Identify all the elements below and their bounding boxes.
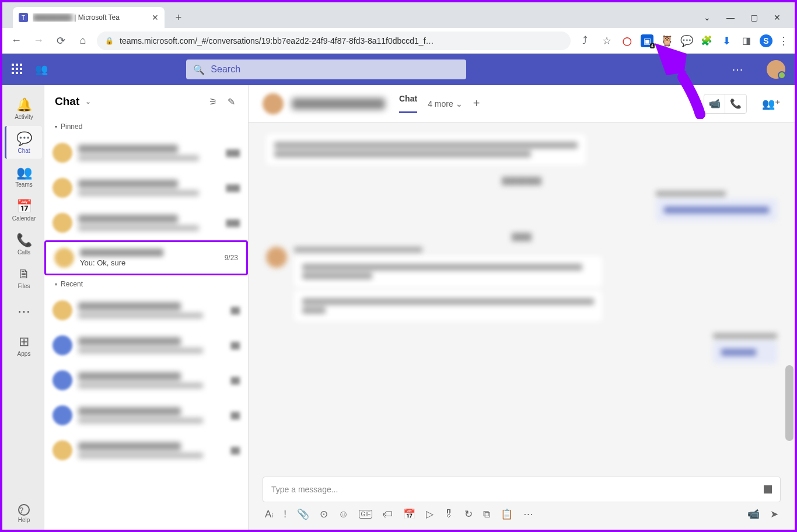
help-icon: ?: [18, 504, 30, 516]
ellipsis-icon: ⋯: [18, 304, 30, 319]
gif-icon[interactable]: GIF: [359, 510, 372, 519]
message-area[interactable]: ████████ ████: [249, 123, 795, 477]
pinned-section-header[interactable]: ▾Pinned: [44, 118, 248, 135]
teams-logo-icon[interactable]: 👥: [35, 63, 48, 76]
lock-icon: 🔒: [105, 37, 114, 45]
schedule-icon[interactable]: 📅: [403, 508, 415, 520]
forward-button[interactable]: →: [30, 33, 47, 49]
chevron-down-icon[interactable]: ⌄: [85, 97, 91, 106]
new-chat-icon[interactable]: ✎: [225, 94, 237, 110]
stream-icon[interactable]: ▷: [426, 508, 434, 520]
browser-tab[interactable]: T ████████ | Microsoft Tea ✕: [13, 7, 165, 28]
priority-icon[interactable]: !: [284, 509, 286, 520]
attach-icon[interactable]: 📎: [297, 508, 309, 520]
minimize-icon[interactable]: —: [725, 13, 736, 22]
maximize-icon[interactable]: ▢: [748, 13, 760, 22]
chat-item[interactable]: ██: [44, 363, 248, 398]
contact-name-blurred: [292, 98, 385, 110]
rail-teams[interactable]: 👥Teams: [5, 160, 42, 192]
format-icon[interactable]: Aᵢ: [265, 508, 273, 520]
emoji-icon[interactable]: ☺: [338, 509, 348, 520]
video-call-button[interactable]: 📹: [704, 94, 725, 113]
more-actions-icon[interactable]: ⋯: [523, 508, 533, 520]
chat-item[interactable]: ███: [44, 205, 248, 240]
teams-icon: 👥: [16, 165, 32, 180]
contact-name-blurred: [80, 249, 163, 257]
rail-files[interactable]: 🗎Files: [5, 261, 42, 294]
url-text: teams.microsoft.com/_#/conversations/19:…: [120, 36, 434, 46]
message-input[interactable]: Type a message...: [263, 477, 781, 502]
close-window-icon[interactable]: ✕: [771, 13, 783, 22]
extension-chat-icon[interactable]: 💬: [680, 34, 693, 47]
extension-blue-icon[interactable]: ▣4: [641, 34, 653, 47]
home-button[interactable]: ⌂: [75, 33, 91, 49]
approvals-icon[interactable]: 🎖: [444, 509, 454, 520]
chat-item[interactable]: ██: [44, 293, 248, 328]
clipboard-icon[interactable]: 📋: [501, 508, 513, 520]
video-clip-icon[interactable]: 📹: [747, 508, 760, 520]
extension-owl-icon[interactable]: 🦉: [660, 34, 673, 47]
reload-button[interactable]: ⟳: [53, 33, 69, 49]
search-box[interactable]: 🔍 Search: [186, 60, 466, 79]
chat-item[interactable]: ███: [44, 170, 248, 205]
chevron-down-icon[interactable]: ⌄: [701, 13, 713, 22]
chat-item[interactable]: ██: [44, 328, 248, 363]
tab-chat[interactable]: Chat: [399, 94, 417, 113]
close-tab-icon[interactable]: ✕: [152, 13, 159, 22]
bell-icon: 🔔: [16, 97, 32, 113]
share-icon[interactable]: ⤴: [576, 33, 593, 49]
window-controls: ⌄ — ▢ ✕: [701, 13, 790, 28]
chat-panel-title: Chat: [55, 95, 79, 108]
address-bar[interactable]: 🔒 teams.microsoft.com/_#/conversations/1…: [97, 32, 571, 50]
add-people-button[interactable]: 👥⁺: [762, 97, 781, 110]
sticker-icon[interactable]: 🏷: [383, 509, 393, 520]
chevron-down-icon: ⌄: [456, 99, 463, 108]
filter-icon[interactable]: ⚞: [207, 94, 219, 110]
side-panel-icon[interactable]: ◨: [740, 34, 753, 47]
ublock-icon[interactable]: ◯: [621, 34, 634, 47]
scrollbar[interactable]: [785, 365, 793, 441]
conversation-pane: Chat 4 more⌄ + 📹 📞 👥⁺ ████████ ████ Type…: [249, 85, 795, 530]
audio-call-button[interactable]: 📞: [725, 94, 746, 113]
chrome-menu-icon[interactable]: ⋮: [778, 34, 789, 47]
downloads-icon[interactable]: ⬇: [720, 34, 733, 47]
chat-icon: 💬: [16, 131, 32, 146]
avatar: [54, 248, 74, 268]
snippet-icon[interactable]: ⧉: [483, 509, 490, 520]
extension-s-icon[interactable]: S: [760, 34, 772, 47]
send-button[interactable]: ➤: [770, 508, 778, 520]
app-launcher-icon[interactable]: [12, 64, 23, 75]
teams-top-bar: 👥 🔍 Search ⋯: [2, 54, 795, 85]
chat-item-highlighted[interactable]: You: Ok, sure 9/23: [44, 240, 248, 275]
more-tabs-link[interactable]: 4 more⌄: [428, 99, 463, 108]
triangle-down-icon: ▾: [55, 124, 57, 130]
chat-list-header: Chat ⌄ ⚞ ✎: [44, 85, 248, 118]
more-options-icon[interactable]: ⋯: [732, 62, 743, 76]
back-button[interactable]: ←: [8, 33, 25, 49]
rail-help[interactable]: ?Help: [5, 497, 42, 530]
app-rail: 🔔Activity 💬Chat 👥Teams 📅Calendar 📞Calls …: [2, 85, 44, 530]
teams-favicon: T: [19, 13, 28, 22]
extensions-icon[interactable]: 🧩: [700, 34, 713, 47]
bookmark-icon[interactable]: ☆: [599, 33, 615, 49]
browser-titlebar: T ████████ | Microsoft Tea ✕ + ⌄ — ▢ ✕: [2, 2, 795, 28]
calendar-icon: 📅: [16, 199, 32, 214]
rail-calendar[interactable]: 📅Calendar: [5, 194, 42, 226]
extension-icons: ◯ ▣4 🦉 💬 🧩 ⬇ ◨ S: [621, 34, 772, 47]
updates-icon[interactable]: ↻: [464, 508, 473, 520]
apps-icon: ⊞: [19, 334, 29, 349]
chat-item[interactable]: ███: [44, 135, 248, 170]
new-tab-button[interactable]: +: [170, 9, 187, 26]
rail-activity[interactable]: 🔔Activity: [5, 92, 42, 125]
chat-item[interactable]: ██: [44, 433, 248, 468]
user-avatar[interactable]: [767, 60, 785, 79]
rail-more[interactable]: ⋯: [5, 295, 42, 328]
rail-apps[interactable]: ⊞Apps: [5, 329, 42, 362]
loop-icon[interactable]: ⊙: [320, 508, 328, 520]
chat-item[interactable]: ██: [44, 398, 248, 433]
add-tab-button[interactable]: +: [473, 97, 480, 110]
rail-chat[interactable]: 💬Chat: [5, 126, 42, 159]
compose-expand-icon[interactable]: [764, 485, 772, 494]
recent-section-header[interactable]: ▾Recent: [44, 275, 248, 293]
rail-calls[interactable]: 📞Calls: [5, 228, 42, 260]
